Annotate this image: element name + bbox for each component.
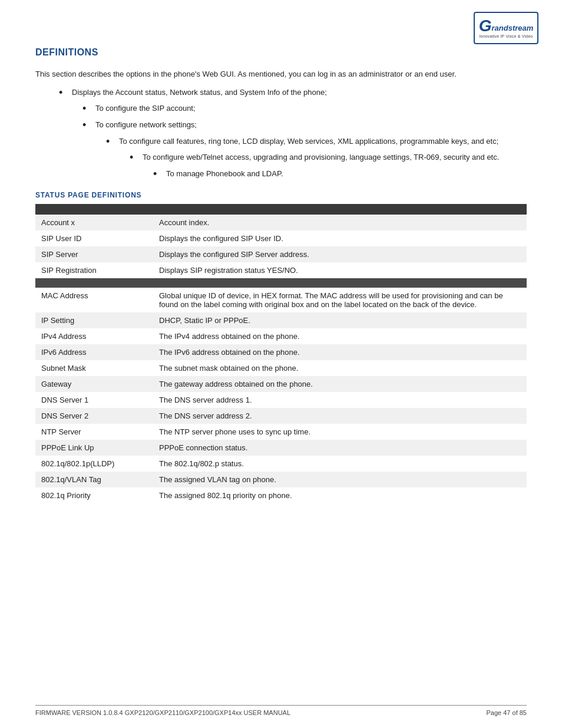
- table-row: IPv6 Address The IPv6 address obtained o…: [35, 344, 527, 360]
- term-dns-server-1: DNS Server 1: [35, 392, 153, 408]
- table-header-row: [35, 204, 527, 215]
- table-row: IP Setting DHCP, Static IP or PPPoE.: [35, 312, 527, 328]
- bullet-dot: •: [82, 119, 93, 132]
- list-item: • To configure call features, ring tone,…: [35, 136, 527, 149]
- def-sip-registration: Displays SIP registration status YES/NO.: [153, 262, 527, 278]
- bullet-dot: •: [59, 87, 70, 100]
- term-sip-user-id: SIP User ID: [35, 230, 153, 246]
- term-subnet-mask: Subnet Mask: [35, 360, 153, 376]
- bullet-text: To configure network settings;: [95, 119, 197, 131]
- def-pppoe-link-up: PPPoE connection status.: [153, 440, 527, 456]
- footer-right: Page 47 of 85: [486, 709, 527, 716]
- list-item: • To manage Phonebook and LDAP.: [35, 168, 527, 181]
- term-8021q-priority: 802.1q Priority: [35, 487, 153, 503]
- table-row: 802.1q/VLAN Tag The assigned VLAN tag on…: [35, 472, 527, 487]
- list-item: • To configure the SIP account;: [35, 103, 527, 116]
- list-item: • Displays the Account status, Network s…: [35, 87, 527, 100]
- def-sip-server: Displays the configured SIP Server addre…: [153, 246, 527, 262]
- logo-brand: randstream: [491, 24, 533, 32]
- term-sip-server: SIP Server: [35, 246, 153, 262]
- section-title: DEFINITIONS: [35, 47, 527, 58]
- term-pppoe-link-up: PPPoE Link Up: [35, 440, 153, 456]
- table-row: SIP User ID Displays the configured SIP …: [35, 230, 527, 246]
- table-header-def: [153, 204, 527, 215]
- logo-area: G randstream Innovative IP Voice & Video: [474, 12, 538, 44]
- table-row: 802.1q Priority The assigned 802.1q prio…: [35, 487, 527, 503]
- bullet-text: Displays the Account status, Network sta…: [72, 87, 327, 98]
- def-ipv4-address: The IPv4 address obtained on the phone.: [153, 328, 527, 344]
- def-subnet-mask: The subnet mask obtained on the phone.: [153, 360, 527, 376]
- table-row: PPPoE Link Up PPPoE connection status.: [35, 440, 527, 456]
- logo-box: G randstream Innovative IP Voice & Video: [474, 12, 538, 44]
- def-8021q-vlan-tag: The assigned VLAN tag on phone.: [153, 472, 527, 487]
- term-ipv6-address: IPv6 Address: [35, 344, 153, 360]
- table-row: NTP Server The NTP server phone uses to …: [35, 424, 527, 440]
- term-ntp-server: NTP Server: [35, 424, 153, 440]
- bullet-dot: •: [153, 168, 164, 181]
- def-ip-setting: DHCP, Static IP or PPPoE.: [153, 312, 527, 328]
- term-account-x: Account x: [35, 215, 153, 230]
- def-8021q-priority: The assigned 802.1q priority on phone.: [153, 487, 527, 503]
- def-gateway: The gateway address obtained on the phon…: [153, 376, 527, 392]
- bullet-list: • Displays the Account status, Network s…: [35, 87, 527, 181]
- table-header-term: [35, 204, 153, 215]
- bullet-text: To manage Phonebook and LDAP.: [166, 168, 283, 180]
- table-row: MAC Address Global unique ID of device, …: [35, 288, 527, 312]
- logo-icon: G: [479, 18, 492, 34]
- table-row: 802.1q/802.1p(LLDP) The 802.1q/802.p sta…: [35, 456, 527, 472]
- table-row: Gateway The gateway address obtained on …: [35, 376, 527, 392]
- logo-tagline: Innovative IP Voice & Video: [479, 34, 533, 38]
- bullet-dot: •: [82, 103, 93, 116]
- bullet-dot: •: [106, 136, 117, 149]
- footer: FIRMWARE VERSION 1.0.8.4 GXP2120/GXP2110…: [35, 705, 527, 716]
- term-ip-setting: IP Setting: [35, 312, 153, 328]
- table-row: SIP Server Displays the configured SIP S…: [35, 246, 527, 262]
- term-ipv4-address: IPv4 Address: [35, 328, 153, 344]
- definition-table: Account x Account index. SIP User ID Dis…: [35, 204, 527, 503]
- term-mac-address: MAC Address: [35, 288, 153, 312]
- bullet-text: To configure call features, ring tone, L…: [119, 136, 498, 147]
- def-dns-server-1: The DNS server address 1.: [153, 392, 527, 408]
- sub-section-title: STATUS PAGE DEFINITIONS: [35, 191, 527, 199]
- def-ntp-server: The NTP server phone uses to sync up tim…: [153, 424, 527, 440]
- intro-paragraph: This section describes the options in th…: [35, 68, 527, 81]
- list-item: • To configure web/Telnet access, upgrad…: [35, 151, 527, 164]
- term-dns-server-2: DNS Server 2: [35, 408, 153, 424]
- def-ipv6-address: The IPv6 address obtained on the phone.: [153, 344, 527, 360]
- bullet-text: To configure the SIP account;: [95, 103, 196, 114]
- bullet-text: To configure web/Telnet access, upgradin…: [143, 151, 499, 163]
- table-row: Account x Account index.: [35, 215, 527, 230]
- term-8021q-lldp: 802.1q/802.1p(LLDP): [35, 456, 153, 472]
- table-row: SIP Registration Displays SIP registrati…: [35, 262, 527, 278]
- footer-left: FIRMWARE VERSION 1.0.8.4 GXP2120/GXP2110…: [35, 709, 290, 716]
- def-8021q-lldp: The 802.1q/802.p status.: [153, 456, 527, 472]
- term-sip-registration: SIP Registration: [35, 262, 153, 278]
- term-8021q-vlan-tag: 802.1q/VLAN Tag: [35, 472, 153, 487]
- table-row: IPv4 Address The IPv4 address obtained o…: [35, 328, 527, 344]
- table-row: DNS Server 2 The DNS server address 2.: [35, 408, 527, 424]
- term-gateway: Gateway: [35, 376, 153, 392]
- table-row: Subnet Mask The subnet mask obtained on …: [35, 360, 527, 376]
- bullet-dot: •: [130, 151, 140, 164]
- table-section-separator: [35, 278, 527, 288]
- def-account-x: Account index.: [153, 215, 527, 230]
- def-dns-server-2: The DNS server address 2.: [153, 408, 527, 424]
- page: G randstream Innovative IP Voice & Video…: [0, 0, 562, 728]
- list-item: • To configure network settings;: [35, 119, 527, 132]
- def-sip-user-id: Displays the configured SIP User ID.: [153, 230, 527, 246]
- def-mac-address: Global unique ID of device, in HEX forma…: [153, 288, 527, 312]
- table-row: DNS Server 1 The DNS server address 1.: [35, 392, 527, 408]
